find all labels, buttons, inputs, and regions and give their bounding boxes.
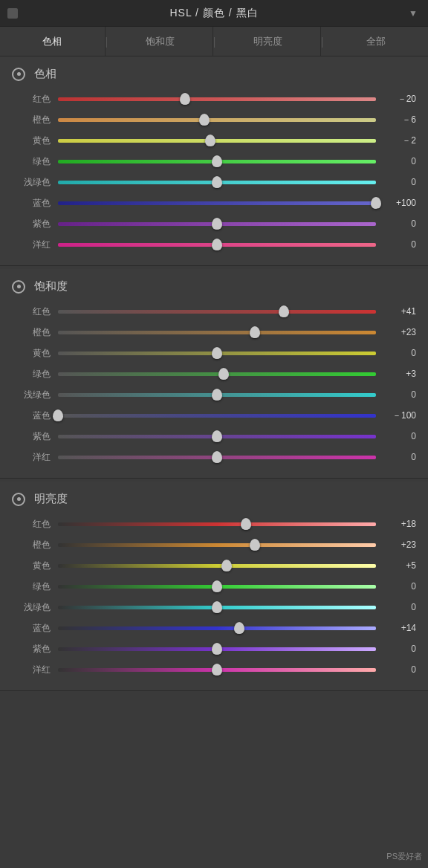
slider-value: 0	[382, 644, 416, 654]
slider-track-wrap[interactable]	[58, 664, 376, 675]
slider-row: 浅绿色0	[0, 172, 428, 192]
slider-label: 黄色	[12, 135, 51, 147]
slider-track	[58, 160, 376, 163]
slider-thumb[interactable]	[212, 580, 222, 592]
slider-track-wrap[interactable]	[58, 348, 376, 358]
slider-track-wrap[interactable]	[58, 369, 376, 379]
slider-value: +23	[382, 327, 416, 337]
slider-track-wrap[interactable]	[58, 239, 376, 250]
slider-track	[58, 668, 376, 672]
slider-row: 蓝色－100	[0, 405, 428, 426]
slider-track-wrap[interactable]	[58, 410, 376, 421]
slider-track-wrap[interactable]	[58, 431, 376, 441]
tab-bar: 色相 | 饱和度 | 明亮度 | 全部	[0, 27, 428, 56]
slider-track-wrap[interactable]	[58, 198, 376, 208]
section-header-hue: 色相	[0, 64, 428, 88]
slider-value: 0	[382, 431, 416, 441]
slider-track-wrap[interactable]	[58, 177, 376, 187]
slider-track	[58, 585, 376, 589]
slider-thumb[interactable]	[212, 643, 222, 655]
dropdown-arrow-icon[interactable]: ▼	[409, 8, 418, 19]
slider-thumb[interactable]	[212, 239, 222, 250]
window-button[interactable]	[7, 8, 18, 19]
slider-thumb[interactable]	[234, 622, 244, 634]
slider-thumb[interactable]	[212, 347, 222, 359]
slider-row: 黄色－2	[0, 130, 428, 151]
slider-value: 0	[382, 664, 416, 675]
slider-row: 蓝色+14	[0, 618, 428, 638]
slider-track-wrap[interactable]	[58, 560, 376, 571]
slider-track	[58, 331, 376, 334]
slider-track-wrap[interactable]	[58, 114, 376, 125]
slider-thumb[interactable]	[218, 368, 229, 380]
slider-thumb[interactable]	[212, 155, 222, 167]
slider-label: 红色	[12, 305, 51, 318]
slider-row: 黄色+5	[0, 555, 428, 576]
slider-thumb[interactable]	[212, 389, 222, 401]
slider-track-wrap[interactable]	[58, 519, 376, 529]
section-icon-saturation[interactable]	[12, 280, 25, 294]
slider-track-wrap[interactable]	[58, 540, 376, 550]
section-title-luminance: 明亮度	[34, 492, 68, 506]
slider-thumb[interactable]	[250, 326, 260, 338]
tab-all[interactable]: 全部	[323, 27, 428, 56]
slider-thumb[interactable]	[212, 664, 222, 676]
slider-thumb[interactable]	[53, 409, 63, 421]
slider-track-wrap[interactable]	[58, 602, 376, 612]
slider-label: 绿色	[12, 368, 51, 380]
slider-row: 洋红0	[0, 447, 428, 467]
slider-track	[58, 201, 376, 205]
slider-thumb[interactable]	[221, 560, 232, 571]
slider-thumb[interactable]	[212, 176, 222, 188]
slider-track	[58, 139, 376, 143]
section-icon-hue[interactable]	[12, 68, 25, 81]
slider-value: +14	[382, 623, 416, 633]
slider-thumb[interactable]	[212, 601, 222, 613]
slider-track	[58, 626, 376, 630]
slider-track-wrap[interactable]	[58, 623, 376, 633]
title-bar: HSL / 颜色 / 黑白 ▼	[0, 0, 428, 27]
slider-value: －2	[382, 135, 416, 147]
slider-track-wrap[interactable]	[58, 135, 376, 146]
slider-row: 蓝色+100	[0, 192, 428, 213]
slider-thumb[interactable]	[212, 430, 222, 442]
slider-thumb[interactable]	[279, 305, 289, 317]
slider-thumb[interactable]	[212, 218, 222, 230]
panel-title: HSL / 颜色 / 黑白	[169, 7, 258, 20]
slider-track-wrap[interactable]	[58, 389, 376, 400]
tab-hue[interactable]: 色相	[0, 27, 106, 56]
slider-value: +18	[382, 519, 416, 529]
slider-thumb[interactable]	[199, 114, 210, 126]
tab-luminance[interactable]: 明亮度	[215, 27, 321, 56]
slider-label: 红色	[12, 518, 51, 531]
slider-label: 橙色	[12, 326, 51, 339]
slider-row: 黄色0	[0, 343, 428, 363]
slider-track-wrap[interactable]	[58, 94, 376, 104]
slider-track-wrap[interactable]	[58, 156, 376, 166]
slider-track-wrap[interactable]	[58, 644, 376, 654]
slider-thumb[interactable]	[241, 518, 251, 530]
slider-thumb[interactable]	[371, 197, 381, 209]
slider-thumb[interactable]	[250, 539, 260, 551]
slider-value: 0	[382, 389, 416, 400]
slider-label: 橙色	[12, 114, 51, 126]
section-icon-luminance[interactable]	[12, 493, 25, 506]
slider-label: 蓝色	[12, 409, 51, 422]
slider-track-wrap[interactable]	[58, 327, 376, 337]
slider-track-wrap[interactable]	[58, 452, 376, 462]
slider-thumb[interactable]	[212, 451, 222, 463]
slider-label: 绿色	[12, 155, 51, 168]
tab-saturation[interactable]: 饱和度	[108, 27, 213, 56]
slider-thumb[interactable]	[180, 93, 190, 105]
slider-track-wrap[interactable]	[58, 581, 376, 592]
watermark: PS爱好者	[386, 851, 422, 862]
slider-row: 浅绿色0	[0, 384, 428, 405]
slider-value: 0	[382, 452, 416, 462]
slider-track	[58, 181, 376, 184]
slider-row: 绿色+3	[0, 363, 428, 384]
slider-row: 红色+41	[0, 301, 428, 322]
slider-thumb[interactable]	[205, 135, 215, 146]
slider-track-wrap[interactable]	[58, 306, 376, 317]
slider-track-wrap[interactable]	[58, 218, 376, 229]
section-title-saturation: 饱和度	[34, 279, 68, 294]
